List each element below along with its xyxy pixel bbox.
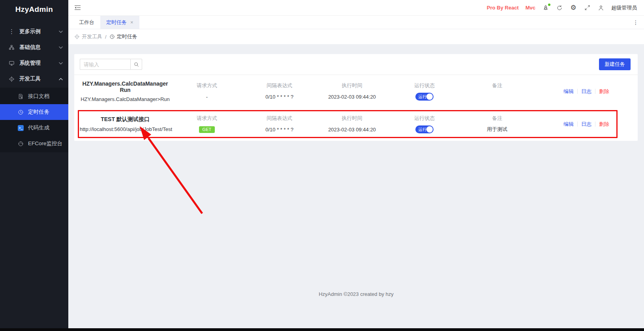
close-icon[interactable]: × xyxy=(130,20,133,25)
sidebar-item-label: 定时任务 xyxy=(28,108,49,116)
tab-options-icon[interactable]: ⋮ xyxy=(633,19,644,26)
run-state-toggle[interactable]: 运行 xyxy=(415,125,434,133)
breadcrumb-current: 定时任务 xyxy=(109,33,137,40)
status-dot xyxy=(548,4,550,6)
column-label-method: 请求方式 xyxy=(171,82,243,89)
log-link[interactable]: 日志 xyxy=(581,88,591,95)
tab-label: 工作台 xyxy=(79,19,94,26)
cluster-icon xyxy=(8,45,15,50)
task-remark xyxy=(461,93,533,101)
search-input[interactable] xyxy=(80,59,130,70)
sidebar-submenu: 接口文档 定时任务 >_ 代码生成 EFCore监控台 xyxy=(0,88,68,152)
run-state-toggle[interactable]: 运行 xyxy=(415,93,434,101)
clock-icon xyxy=(109,34,115,39)
task-row: TEST 默认测试接口 http://localhost:5600/api/jo… xyxy=(74,108,638,140)
clock-icon xyxy=(17,109,24,115)
sidebar-item-label: 代码生成 xyxy=(28,124,49,131)
current-user-name[interactable]: 超级管理员 xyxy=(611,4,637,11)
edit-link[interactable]: 编辑 xyxy=(563,88,574,95)
sidebar-item-api-docs[interactable]: 接口文档 xyxy=(0,88,68,104)
taskbar-edge xyxy=(0,328,644,331)
mvc-link[interactable]: Mvc xyxy=(526,5,535,11)
dashboard-icon xyxy=(17,141,24,147)
top-header: Pro By React Mvc ⚙ 超级管理员 xyxy=(68,0,644,16)
log-link[interactable]: 日志 xyxy=(581,121,591,128)
breadcrumb-separator: / xyxy=(105,34,107,40)
sidebar-item-more-examples[interactable]: ⋮ 更多示例 xyxy=(0,24,68,39)
delete-link[interactable]: 删除 xyxy=(599,121,609,128)
task-title: TEST 默认测试接口 xyxy=(80,116,171,123)
toggle-knob xyxy=(426,126,433,133)
tab-scheduled-tasks[interactable]: 定时任务 × xyxy=(100,16,139,29)
action-divider xyxy=(595,122,595,127)
sidebar-item-label: 基础信息 xyxy=(19,44,59,51)
delete-link[interactable]: 删除 xyxy=(599,88,609,95)
app-logo: HzyAdmin xyxy=(0,0,68,19)
tab-bar: 工作台 定时任务 × ⋮ xyxy=(68,16,644,29)
tab-workbench[interactable]: 工作台 xyxy=(73,16,100,29)
refresh-icon[interactable] xyxy=(556,4,563,11)
sidebar-item-label: 开发工具 xyxy=(19,75,59,82)
tab-label: 定时任务 xyxy=(106,19,127,26)
task-subtitle: http://localhost:5600/api/job/JobTest/Te… xyxy=(80,126,171,132)
sidebar-item-efcore-monitor[interactable]: EFCore监控台 xyxy=(0,136,68,151)
user-icon[interactable] xyxy=(597,4,605,11)
task-remark: 用于测试 xyxy=(461,125,533,133)
column-label-exec-time: 执行时间 xyxy=(316,115,389,122)
gear-icon[interactable]: ⚙ xyxy=(570,4,577,11)
task-subtitle: HZY.Managers.CalcDataManager>Run xyxy=(80,96,171,102)
method-badge: GET xyxy=(199,126,215,133)
action-divider xyxy=(577,89,578,94)
sidebar-item-basic-info[interactable]: 基础信息 xyxy=(0,39,68,55)
column-label-remark: 备注 xyxy=(461,115,533,122)
chevron-down-icon xyxy=(59,62,63,65)
column-label-run-state: 运行状态 xyxy=(388,115,461,122)
breadcrumb: 开发工具 / 定时任务 xyxy=(68,29,644,44)
task-method: - xyxy=(171,93,243,101)
main-area: Pro By React Mvc ⚙ 超级管理员 工作台 定时任务 × xyxy=(68,0,644,331)
pro-by-react-link[interactable]: Pro By React xyxy=(487,5,519,11)
breadcrumb-parent[interactable]: 开发工具 xyxy=(74,33,102,40)
page-footer: HzyAdmin ©2023 created by hzy xyxy=(68,291,644,297)
sidebar-item-label: EFCore监控台 xyxy=(28,140,62,147)
sidebar-item-dev-tools[interactable]: 开发工具 xyxy=(0,71,68,87)
task-title: HZY.Managers.CalcDataManager Run xyxy=(80,80,171,93)
sidebar-item-code-generation[interactable]: >_ 代码生成 xyxy=(0,120,68,136)
task-row: HZY.Managers.CalcDataManager Run HZY.Man… xyxy=(74,75,638,108)
chevron-up-icon xyxy=(59,78,63,80)
column-label-cron: 间隔表达式 xyxy=(243,82,316,89)
sidebar-item-label: 接口文档 xyxy=(28,93,49,100)
task-cron: 0/10 * * * * ? xyxy=(243,93,316,101)
sidebar: HzyAdmin ⋮ 更多示例 基础信息 系统管理 开发工具 xyxy=(0,0,68,331)
column-label-exec-time: 执行时间 xyxy=(316,82,389,89)
new-task-button[interactable]: 新建任务 xyxy=(599,58,631,70)
search-button[interactable] xyxy=(130,59,142,70)
code-icon: >_ xyxy=(17,125,24,131)
edit-link[interactable]: 编辑 xyxy=(563,121,574,128)
action-divider xyxy=(577,122,578,127)
more-icon: ⋮ xyxy=(8,28,15,35)
menu-fold-icon[interactable] xyxy=(74,4,81,11)
fullscreen-icon[interactable] xyxy=(584,4,591,11)
column-label-run-state: 运行状态 xyxy=(388,82,461,89)
rocket-icon[interactable] xyxy=(542,4,549,11)
chevron-down-icon xyxy=(59,46,63,49)
desktop-icon xyxy=(8,60,15,66)
column-label-cron: 间隔表达式 xyxy=(243,115,316,122)
sidebar-item-label: 系统管理 xyxy=(19,60,59,67)
file-search-icon xyxy=(17,94,24,99)
chevron-down-icon xyxy=(59,30,63,33)
task-list-card: 新建任务 HZY.Managers.CalcDataManager Run HZ… xyxy=(74,54,638,141)
task-exec-time: 2023-02-03 09:44:20 xyxy=(316,125,389,133)
column-label-remark: 备注 xyxy=(461,82,533,89)
sidebar-item-label: 更多示例 xyxy=(19,28,59,35)
aim-icon xyxy=(8,76,15,82)
sidebar-menu: ⋮ 更多示例 基础信息 系统管理 开发工具 xyxy=(0,24,68,152)
task-exec-time: 2023-02-03 09:44:20 xyxy=(316,93,389,101)
aim-icon xyxy=(74,34,80,39)
column-label-method: 请求方式 xyxy=(171,115,243,122)
card-toolbar: 新建任务 xyxy=(74,54,638,75)
sidebar-item-system-management[interactable]: 系统管理 xyxy=(0,55,68,71)
sidebar-item-scheduled-tasks[interactable]: 定时任务 xyxy=(0,104,68,120)
toggle-knob xyxy=(426,94,433,100)
